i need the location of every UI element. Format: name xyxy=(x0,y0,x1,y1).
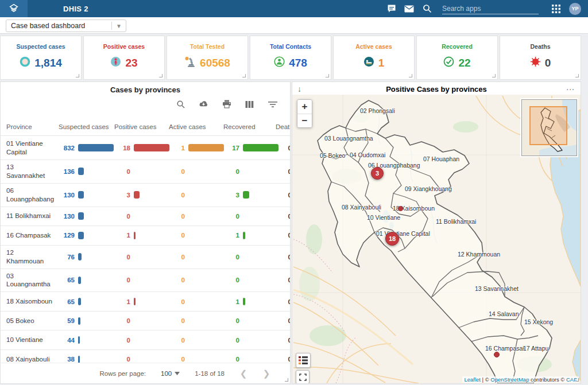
map-label: 09 Xiangkhouang xyxy=(405,185,452,192)
table-row: 01 Vientiane Capital 832 18 1 17 0 xyxy=(1,137,290,160)
col-header-recovered[interactable]: Recovered xyxy=(218,123,270,130)
resize-handle[interactable] xyxy=(575,74,579,77)
rows-per-page-select[interactable]: 100 xyxy=(161,370,180,377)
mail-icon[interactable] xyxy=(404,4,414,14)
map-label: 10 Vientiane xyxy=(367,214,400,221)
map-label: 11 Bolikhamxai xyxy=(436,218,476,225)
caret-down-icon xyxy=(175,372,180,375)
user-avatar[interactable]: YP xyxy=(569,3,581,15)
table-header-row: Province Suspected cases Positive cases … xyxy=(1,118,290,136)
map-label: 14 Salavan xyxy=(489,310,519,317)
table-row: 08 Xainyabouli 38 0 0 0 0 xyxy=(1,350,290,363)
kpi-label: Total Contacts xyxy=(250,43,331,50)
dhis2-logo[interactable] xyxy=(0,0,28,17)
dhis2-logo-icon xyxy=(7,2,20,15)
prev-page-button[interactable]: ❮ xyxy=(239,368,247,379)
minimap[interactable] xyxy=(521,99,577,156)
col-header-active[interactable]: Active cases xyxy=(164,123,218,130)
kpi-label: Suspected cases xyxy=(1,43,81,50)
col-header-province[interactable]: Province xyxy=(1,123,53,130)
kpi-card-tested: Total Tested 60568 xyxy=(167,36,248,80)
contact-icon xyxy=(274,56,285,69)
person-positive-icon xyxy=(110,56,121,69)
map-label: 04 Oudomxai xyxy=(350,151,385,158)
map-marker-xaisomboun[interactable] xyxy=(398,206,403,211)
bar-suspected xyxy=(78,144,114,151)
map-marker-champasak[interactable] xyxy=(494,352,500,357)
search-apps-input[interactable] xyxy=(442,5,527,13)
map-label: 02 Phongsali xyxy=(360,107,395,114)
messages-icon[interactable] xyxy=(386,4,396,14)
kpi-cards-row: Suspected cases 1,814 Positive cases 23 … xyxy=(0,36,581,80)
col-header-suspected[interactable]: Suspected cases xyxy=(53,123,109,130)
table-row: 11 Bolikhamxai 130 0 0 0 0 xyxy=(1,207,290,227)
resize-handle[interactable] xyxy=(76,74,79,77)
filter-icon[interactable] xyxy=(268,99,277,109)
leaflet-map[interactable]: 02 Phongsali 03 Louangnamtha 05 Bokeo 04… xyxy=(292,95,581,383)
table-row: 03 Louangnamtha 65 0 0 0 0 xyxy=(1,269,290,293)
osm-link[interactable]: OpenStreetMap xyxy=(490,376,529,383)
print-icon[interactable] xyxy=(222,99,231,109)
map-panel: ↓ Positive Cases by provinces ... xyxy=(292,81,581,384)
resize-handle[interactable] xyxy=(285,378,288,382)
zoom-control: + − xyxy=(297,99,312,128)
col-header-positive[interactable]: Positive cases xyxy=(109,123,164,130)
table-search-icon[interactable] xyxy=(176,99,185,109)
kpi-value: 23 xyxy=(125,57,137,69)
map-label: 03 Louangnamtha xyxy=(324,135,373,142)
map-label: 17 Attapu xyxy=(523,345,548,352)
kpi-label: Recovered xyxy=(417,43,497,50)
resize-handle[interactable] xyxy=(409,74,412,77)
table-pagination: Rows per page: 100 1-18 of 18 ❮ ❯ xyxy=(1,363,290,383)
resize-handle[interactable] xyxy=(242,74,246,77)
map-marker-vientiane-capital[interactable]: 18 xyxy=(385,232,399,246)
map-label: 07 Houaphan xyxy=(423,155,459,162)
dashboard-select[interactable]: Case based dashboard ▼ xyxy=(6,20,126,32)
table-body: 01 Vientiane Capital 832 18 1 17 0 13 Sa… xyxy=(1,137,290,363)
kpi-card-contacts: Total Contacts 478 xyxy=(250,36,331,80)
chevron-down-icon[interactable]: ▼ xyxy=(112,23,126,29)
kpi-card-deaths: Deaths 0 xyxy=(500,36,581,80)
zoom-out-button[interactable]: − xyxy=(297,114,312,127)
fullscreen-button[interactable] xyxy=(296,370,310,383)
kpi-value: 1 xyxy=(378,57,385,69)
download-arrow-icon[interactable]: ↓ xyxy=(297,84,301,94)
map-label: 12 Khammouan xyxy=(458,251,500,258)
apps-grid-icon[interactable] xyxy=(551,4,561,14)
download-icon[interactable] xyxy=(199,99,208,109)
minimap-viewport[interactable] xyxy=(530,107,567,145)
map-marker-louangphabang[interactable]: 3 xyxy=(371,167,384,180)
pagination-range: 1-18 of 18 xyxy=(195,370,225,377)
check-icon xyxy=(443,56,454,69)
resize-handle[interactable] xyxy=(575,378,579,382)
legend-button[interactable] xyxy=(296,353,311,368)
more-options-icon[interactable]: ... xyxy=(566,83,575,92)
search-icon[interactable] xyxy=(422,4,432,14)
bar-suspected xyxy=(78,168,84,175)
columns-icon[interactable] xyxy=(245,99,254,109)
app-bar: DHIS 2 YP xyxy=(0,0,588,17)
map-label: 01 Vientiane Capital xyxy=(376,230,430,237)
app-title: DHIS 2 xyxy=(63,5,88,13)
leaflet-link[interactable]: Leaflet xyxy=(464,376,481,383)
search-apps-field[interactable] xyxy=(442,3,539,14)
kpi-value: 0 xyxy=(545,57,551,69)
resize-handle[interactable] xyxy=(159,74,163,77)
table-toolbar xyxy=(176,99,277,109)
map-label: 05 Bokeo xyxy=(320,152,345,159)
kpi-value: 1,814 xyxy=(34,57,62,69)
map-label: 08 Xainyabouli xyxy=(342,204,381,211)
table-row: 12 Khammouan 76 0 0 0 0 xyxy=(1,246,290,269)
col-header-deaths[interactable]: Deaths xyxy=(270,123,290,130)
resize-handle[interactable] xyxy=(492,74,496,77)
next-page-button[interactable]: ❯ xyxy=(262,368,270,379)
map-title: Positive Cases by provinces xyxy=(292,82,581,94)
kpi-card-recovered: Recovered 22 xyxy=(416,36,498,80)
kpi-label: Deaths xyxy=(500,43,581,50)
kpi-card-active: Active cases 1 xyxy=(333,36,415,80)
table-row: 10 Vientiane 44 0 0 0 0 xyxy=(1,330,290,350)
ring-icon xyxy=(20,56,30,69)
kpi-label: Total Tested xyxy=(167,43,247,50)
zoom-in-button[interactable]: + xyxy=(297,100,312,114)
resize-handle[interactable] xyxy=(326,74,329,77)
